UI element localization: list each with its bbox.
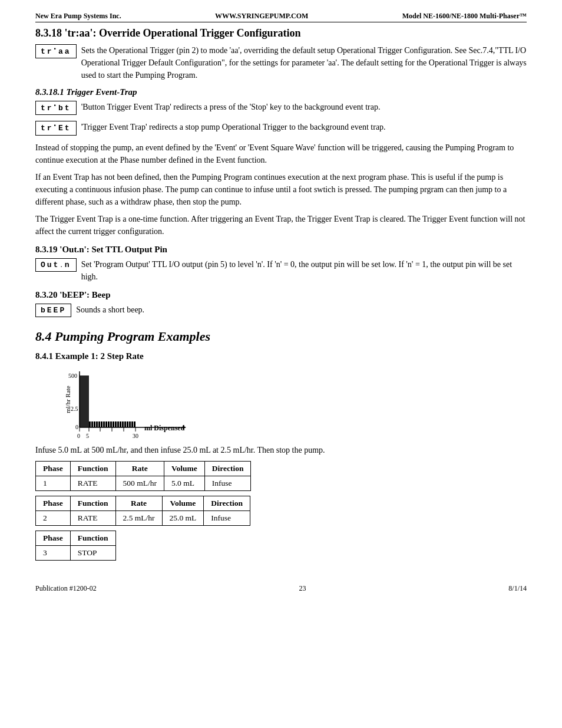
svg-text:0: 0 — [77, 433, 80, 439]
svg-rect-16 — [110, 421, 112, 427]
beep-block: bEEP Sounds a short beep. — [35, 304, 527, 319]
svg-rect-10 — [96, 421, 98, 427]
section-8318-title: 8.3.18 'tr:aa': Override Operational Tri… — [35, 27, 527, 39]
tret-desc: 'Trigger Event Trap' redirects a stop pu… — [81, 121, 386, 133]
svg-rect-20 — [120, 421, 121, 427]
col-direction1: Direction — [204, 461, 251, 476]
section-8320-title: 8.3.20 'bEEP': Beep — [35, 290, 527, 300]
col-function1: Function — [70, 461, 115, 476]
svg-text:2.5: 2.5 — [71, 406, 78, 412]
svg-rect-14 — [105, 421, 107, 427]
example1-para: Infuse 5.0 mL at 500 mL/hr, and then inf… — [35, 444, 527, 456]
para-event3: The Trigger Event Trap is a one-time fun… — [35, 213, 527, 238]
page-header: New Era Pump Systems Inc. WWW.SYRINGEPUM… — [35, 12, 527, 22]
svg-rect-15 — [108, 421, 110, 427]
svg-rect-17 — [113, 421, 114, 427]
svg-rect-25 — [131, 421, 133, 427]
svg-rect-13 — [103, 421, 105, 427]
col-phase1: Phase — [36, 461, 71, 476]
outn-lcd: Out.n — [35, 258, 77, 272]
header-left: New Era Pump Systems Inc. — [35, 12, 121, 21]
table-row: 1 RATE 500 mL/hr 5.0 mL Infuse — [36, 476, 251, 490]
svg-rect-21 — [122, 421, 124, 427]
col-function3: Function — [70, 531, 115, 545]
svg-rect-26 — [134, 421, 135, 427]
col-direction2: Direction — [204, 496, 250, 510]
section-83181-title: 8.3.18.1 Trigger Event-Trap — [35, 87, 527, 97]
svg-text:500: 500 — [68, 373, 77, 379]
svg-text:0: 0 — [75, 424, 78, 430]
table-phase1: Phase Function Rate Volume Direction 1 R… — [35, 461, 251, 491]
svg-rect-9 — [94, 421, 95, 427]
svg-rect-18 — [115, 421, 117, 427]
table-phase3: Phase Function 3 STOP — [35, 531, 116, 561]
section-841-title: 8.4.1 Example 1: 2 Step Rate — [35, 351, 527, 361]
svg-rect-23 — [127, 421, 128, 427]
table-row: 2 RATE 2.5 mL/hr 25.0 mL Infuse — [36, 510, 250, 525]
outn-desc: Set 'Program Output' TTL I/O output (pin… — [81, 258, 527, 283]
header-right: Model NE-1600/NE-1800 Multi-Phaser™ — [402, 12, 527, 21]
outn-block: Out.n Set 'Program Output' TTL I/O outpu… — [35, 258, 527, 283]
beep-lcd: bEEP — [35, 304, 71, 317]
traa-desc: Sets the Operational Trigger (pin 2) to … — [81, 44, 527, 81]
col-volume1: Volume — [164, 461, 204, 476]
table-phase2: Phase Function Rate Volume Direction 2 R… — [35, 496, 250, 526]
footer-center: 23 — [299, 584, 306, 593]
section-8319-title: 8.3.19 'Out.n': Set TTL Output Pin — [35, 245, 527, 255]
svg-rect-6 — [80, 375, 89, 427]
svg-rect-11 — [98, 421, 100, 427]
svg-rect-7 — [89, 421, 91, 427]
footer-left: Publication #1200-02 — [35, 584, 97, 593]
trbt-block: tr•bt 'Button Trigger Event Trap' redire… — [35, 101, 527, 117]
traa-lcd: tr•aa — [35, 44, 77, 58]
svg-rect-19 — [117, 421, 119, 427]
traa-block: tr•aa Sets the Operational Trigger (pin … — [35, 44, 527, 81]
col-phase3: Phase — [36, 531, 71, 545]
trbt-lcd: tr•bt — [35, 101, 77, 115]
tret-block: tr•Et 'Trigger Event Trap' redirects a s… — [35, 121, 527, 137]
col-function2: Function — [70, 496, 115, 510]
svg-rect-22 — [124, 421, 126, 427]
svg-rect-12 — [101, 421, 103, 427]
chart-container: ml/hr Rate 500 2.5 0 — [59, 368, 212, 439]
para-event2: If an Event Trap has not been defined, t… — [35, 171, 527, 208]
header-center: WWW.SYRINGEPUMP.COM — [215, 12, 308, 21]
rate-chart: ml/hr Rate 500 2.5 0 — [59, 368, 212, 445]
col-rate1: Rate — [115, 461, 164, 476]
col-volume2: Volume — [162, 496, 204, 510]
svg-text:5: 5 — [86, 433, 89, 439]
tret-lcd: tr•Et — [35, 121, 77, 135]
section-84-title: 8.4 Pumping Program Examples — [35, 329, 527, 344]
svg-text:ml Dispensed: ml Dispensed — [144, 424, 185, 432]
svg-rect-8 — [91, 421, 93, 427]
trbt-desc: 'Button Trigger Event Trap' redirects a … — [81, 101, 381, 113]
col-phase2: Phase — [36, 496, 71, 510]
col-rate2: Rate — [115, 496, 162, 510]
svg-rect-24 — [129, 421, 131, 427]
page-footer: Publication #1200-02 23 8/1/14 — [35, 584, 527, 593]
svg-text:30: 30 — [133, 433, 138, 439]
footer-right: 8/1/14 — [508, 584, 527, 593]
para-event1: Instead of stopping the pump, an event d… — [35, 141, 527, 166]
table-row: 3 STOP — [36, 545, 116, 560]
beep-desc: Sounds a short beep. — [76, 304, 144, 316]
